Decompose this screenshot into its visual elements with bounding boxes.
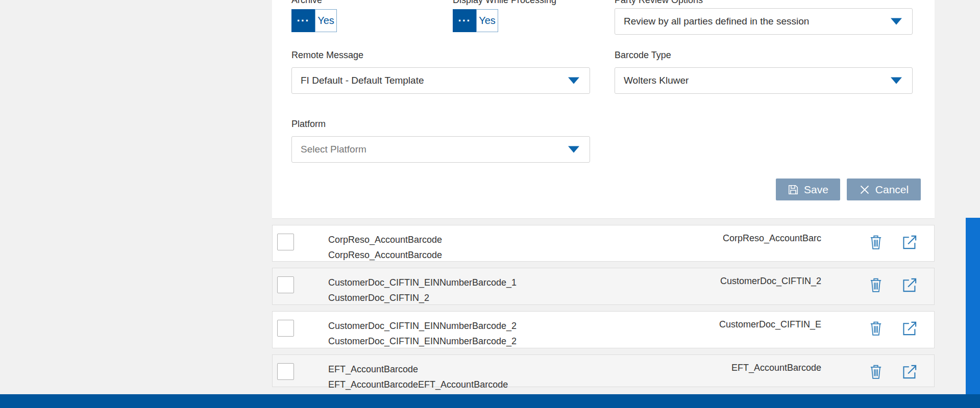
- row-primary-text: EFT_AccountBarcode: [328, 362, 508, 377]
- row-secondary-text: CustomerDoc_CIFTIN_2: [328, 290, 517, 305]
- row-text: CorpReso_AccountBarcode CorpReso_Account…: [328, 232, 442, 263]
- close-icon: [859, 184, 870, 195]
- table-row: CorpReso_AccountBarcode CorpReso_Account…: [272, 225, 935, 262]
- row-secondary-text: EFT_AccountBarcodeEFT_AccountBarcode: [328, 377, 508, 392]
- field-label-display-while-processing: Display While Processing: [453, 0, 556, 6]
- remote-message-select[interactable]: FI Default - Default Template: [291, 67, 590, 94]
- list-scrollbar-thumb[interactable]: [966, 218, 980, 394]
- archive-toggle[interactable]: ··· Yes: [291, 9, 337, 32]
- cancel-button-label: Cancel: [875, 184, 909, 196]
- toggle-ellipsis-icon: ···: [291, 9, 315, 32]
- save-button-label: Save: [804, 184, 828, 196]
- settings-form-panel: Archive Display While Processing Party R…: [272, 0, 935, 219]
- external-link-icon: [902, 364, 917, 381]
- row-secondary-text: CorpReso_AccountBarcode: [328, 247, 442, 263]
- barcode-type-value: Wolters Kluwer: [624, 75, 689, 86]
- external-link-icon: [902, 277, 917, 294]
- external-link-icon: [902, 235, 917, 251]
- chevron-down-icon: [891, 18, 902, 25]
- chevron-down-icon: [568, 146, 579, 153]
- field-label-barcode-type: Barcode Type: [615, 50, 671, 61]
- row-text: CustomerDoc_CIFTIN_EINNumberBarcode_2 Cu…: [328, 318, 517, 349]
- row-value: EFT_AccountBarcode: [586, 363, 821, 373]
- display-toggle-value: Yes: [476, 9, 498, 32]
- row-text: EFT_AccountBarcode EFT_AccountBarcodeEFT…: [328, 362, 508, 392]
- cancel-button[interactable]: Cancel: [847, 178, 921, 200]
- platform-placeholder: Select Platform: [301, 144, 366, 155]
- row-checkbox[interactable]: [277, 363, 294, 380]
- remote-message-value: FI Default - Default Template: [301, 75, 424, 86]
- save-button[interactable]: Save: [776, 178, 840, 200]
- row-checkbox[interactable]: [277, 234, 294, 250]
- field-label-archive: Archive: [291, 0, 322, 6]
- footer-bar: [0, 394, 980, 408]
- row-secondary-text: CustomerDoc_CIFTIN_EINNumberBarcode_2: [328, 334, 517, 349]
- party-review-options-select[interactable]: Review by all parties defined in the ses…: [615, 8, 913, 35]
- external-link-icon: [902, 321, 917, 338]
- field-label-remote-message: Remote Message: [291, 50, 363, 61]
- delete-button[interactable]: [868, 234, 884, 251]
- field-label-party-review-options: Party Review Options: [615, 0, 703, 6]
- barcode-type-select[interactable]: Wolters Kluwer: [615, 67, 913, 94]
- delete-button[interactable]: [868, 364, 884, 381]
- table-row: CustomerDoc_CIFTIN_EINNumberBarcode_1 Cu…: [272, 268, 935, 305]
- trash-icon: [869, 277, 883, 294]
- open-button[interactable]: [901, 234, 918, 251]
- row-value: CorpReso_AccountBarc: [586, 233, 821, 244]
- archive-toggle-value: Yes: [315, 9, 337, 32]
- toggle-ellipsis-icon: ···: [453, 9, 476, 32]
- table-row: CustomerDoc_CIFTIN_EINNumberBarcode_2 Cu…: [272, 311, 935, 348]
- row-checkbox[interactable]: [277, 320, 294, 337]
- row-value: CustomerDoc_CIFTIN_2: [586, 276, 821, 287]
- field-label-platform: Platform: [291, 119, 326, 130]
- trash-icon: [869, 235, 883, 251]
- save-icon: [788, 184, 799, 195]
- table-row: EFT_AccountBarcode EFT_AccountBarcodeEFT…: [272, 354, 935, 387]
- platform-select[interactable]: Select Platform: [291, 136, 590, 163]
- trash-icon: [869, 364, 883, 381]
- row-primary-text: CustomerDoc_CIFTIN_EINNumberBarcode_1: [328, 275, 517, 290]
- delete-button[interactable]: [868, 277, 884, 294]
- chevron-down-icon: [568, 78, 579, 84]
- chevron-down-icon: [891, 78, 902, 84]
- row-value: CustomerDoc_CIFTIN_E: [586, 319, 821, 330]
- trash-icon: [869, 321, 883, 338]
- display-while-processing-toggle[interactable]: ··· Yes: [453, 9, 498, 32]
- open-button[interactable]: [901, 277, 918, 294]
- row-text: CustomerDoc_CIFTIN_EINNumberBarcode_1 Cu…: [328, 275, 517, 305]
- party-review-options-value: Review by all parties defined in the ses…: [624, 16, 809, 27]
- row-primary-text: CustomerDoc_CIFTIN_EINNumberBarcode_2: [328, 318, 517, 334]
- row-primary-text: CorpReso_AccountBarcode: [328, 232, 442, 247]
- open-button[interactable]: [901, 320, 918, 338]
- open-button[interactable]: [901, 364, 918, 381]
- row-checkbox[interactable]: [277, 276, 294, 293]
- delete-button[interactable]: [868, 320, 884, 338]
